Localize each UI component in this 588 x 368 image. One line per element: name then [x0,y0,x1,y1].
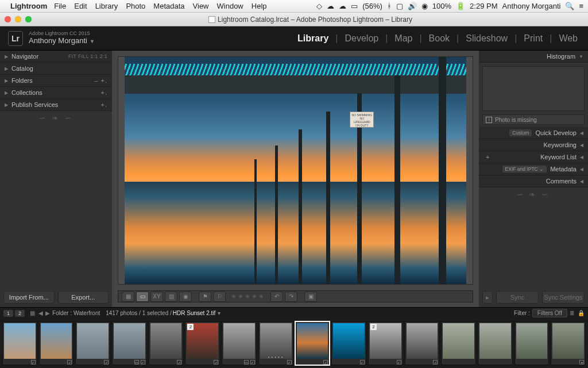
module-web[interactable]: Web [556,33,580,44]
panel-folders[interactable]: ▶Folders– +. [0,75,112,87]
rating-stars[interactable]: ★★★★★ [231,293,265,300]
metadata-preset-select[interactable]: EXIF and IPTC ⌄ [502,166,547,172]
stack-count-badge: 2 [370,324,377,330]
filter-lock-icon[interactable]: 🔒 [578,310,585,316]
menu-library[interactable]: Library [95,2,118,10]
close-window-button[interactable] [5,16,11,22]
second-display-button[interactable]: 2 [15,310,25,317]
flag-pick-button[interactable]: ⚑ [199,292,211,302]
volume-icon[interactable]: 🔊 [408,2,417,10]
panel-publish[interactable]: ▶Publish Services+. [0,99,112,111]
histogram-area [482,66,585,111]
menu-photo[interactable]: Photo [126,2,145,10]
module-library[interactable]: Library [295,33,331,44]
spotlight-icon[interactable]: 🔍 [565,2,574,10]
main-display-button[interactable]: 1 [3,310,13,317]
panel-metadata[interactable]: EXIF and IPTC ⌄Metadata◀ [479,163,588,175]
minimize-window-button[interactable] [15,16,21,22]
thumbnail[interactable] [478,321,513,365]
sync-settings-button[interactable]: Sync Settings [542,291,585,304]
thumbnail[interactable]: ✓ [405,321,440,365]
menu-app-name[interactable]: Lightroom [10,2,47,10]
grid-shortcut-icon[interactable]: ▦ [30,310,35,316]
collections-plus-button[interactable]: +. [101,89,107,96]
loupe-view[interactable]: NO SWIMMING NO LIFEGUARD ON DUTY [118,56,473,285]
thumbnail-selected[interactable]: ✓ [295,321,330,365]
thumbnail[interactable]: 2✓ [368,321,403,365]
thumbnail[interactable]: ✓ [75,321,110,365]
menu-view[interactable]: View [193,2,209,10]
thumbnail[interactable]: ✓ [149,321,184,365]
module-print[interactable]: Print [521,33,545,44]
panel-catalog[interactable]: ▶Catalog [0,63,112,75]
battery-pct: 100% [432,2,451,10]
wifi-icon[interactable]: ◉ [421,2,428,10]
menu-file[interactable]: File [54,2,66,10]
filmstrip[interactable]: ✓ ✓ ✓ ▭✓ ✓ 2✓ ▭✓ • • • • •✓ ✓ ✓ 2✓ ✓ ▾ [0,319,588,368]
notification-center-icon[interactable]: ≡ [579,2,583,10]
menubar-clock[interactable]: 2:29 PM [470,2,497,10]
menu-help[interactable]: Help [252,2,267,10]
dropbox-icon[interactable]: ◇ [316,2,322,10]
module-develop[interactable]: Develop [342,33,381,44]
sync-toggle-button[interactable]: ▸ [482,291,493,304]
compare-view-button[interactable]: XY [150,292,163,302]
identity-plate[interactable]: Adobe Lightroom CC 2015 Anthony Morganti… [29,31,95,45]
module-map[interactable]: Map [392,33,415,44]
folder-name[interactable]: Waterfront [74,310,100,316]
survey-view-button[interactable]: ▥ [165,292,177,302]
menubar-user[interactable]: Anthony Morganti [502,2,561,10]
folders-plusminus-button[interactable]: – +. [94,77,107,84]
module-slideshow[interactable]: Slideshow [463,33,510,44]
panel-keyword-list[interactable]: +Keyword List◀ [479,151,588,163]
breadcrumb-chevron-icon[interactable]: ▾ [218,310,220,316]
thumbnail[interactable]: ✓ [2,321,37,365]
filter-select[interactable]: Filters Off [532,309,567,317]
document-proxy-icon[interactable] [208,16,215,23]
quick-develop-preset[interactable]: Custom [509,129,532,136]
battery-icon[interactable]: 🔋 [456,2,465,10]
module-book[interactable]: Book [427,33,452,44]
publish-plus-button[interactable]: +. [101,101,107,108]
panel-collections[interactable]: ▶Collections+. [0,87,112,99]
panel-quick-develop[interactable]: CustomQuick Develop◀ [479,127,588,139]
thumbnail[interactable] [441,321,476,365]
panel-keywording[interactable]: Keywording◀ [479,139,588,151]
sync-button[interactable]: Sync [496,291,539,304]
filmstrip-back-button[interactable]: ◀ [38,310,43,316]
panel-comments[interactable]: Comments◀ [479,175,588,187]
thumbnail[interactable] [514,321,550,365]
thumbnail[interactable]: ▭✓ [222,321,257,365]
thumbnail[interactable]: ▾ [551,321,586,365]
slideshow-play-button[interactable]: ▣ [304,292,317,302]
zoom-window-button[interactable] [25,16,32,22]
import-button[interactable]: Import From... [3,291,55,304]
menu-edit[interactable]: Edit [74,2,87,10]
panel-navigator[interactable]: ▶NavigatorFIT FILL 1:1 2:1 [0,51,112,63]
menu-metadata[interactable]: Metadata [153,2,184,10]
export-button[interactable]: Export... [58,291,109,304]
display-icon[interactable]: ▢ [396,2,403,10]
panel-histogram[interactable]: Histogram▼ [479,51,588,63]
laptop-battery-icon[interactable]: ▭ [351,2,358,10]
thumbnail[interactable]: ✓ [331,321,366,365]
filmstrip-forward-button[interactable]: ▶ [45,310,50,316]
filter-options-icon[interactable]: ≣ [570,310,574,316]
people-view-button[interactable]: ◉ [179,292,192,302]
thumbnail[interactable]: 2✓ [185,321,220,365]
photo-missing-warning[interactable]: !Photo is missing [482,114,585,125]
rotate-cw-button[interactable]: ↷ [285,292,297,302]
cc-icon[interactable]: ☁︎ [327,2,334,10]
bluetooth-icon[interactable]: ᚼ [387,2,392,10]
thumbnail[interactable]: • • • • •✓ [258,321,293,365]
thumbnail[interactable]: ✓ [39,321,74,365]
menu-window[interactable]: Window [217,2,243,10]
rotate-ccw-button[interactable]: ↶ [270,292,283,302]
icloud-icon[interactable]: ☁ [339,2,346,10]
flag-reject-button[interactable]: ⚐ [213,292,226,302]
grid-view-button[interactable]: ▦ [122,292,134,302]
keyword-list-plus-icon[interactable]: + [486,154,489,160]
loupe-view-button[interactable]: ▭ [136,292,149,302]
thumbnail[interactable]: ▭✓ [112,321,147,365]
navigator-zoom-options[interactable]: FIT FILL 1:1 2:1 [68,53,107,59]
